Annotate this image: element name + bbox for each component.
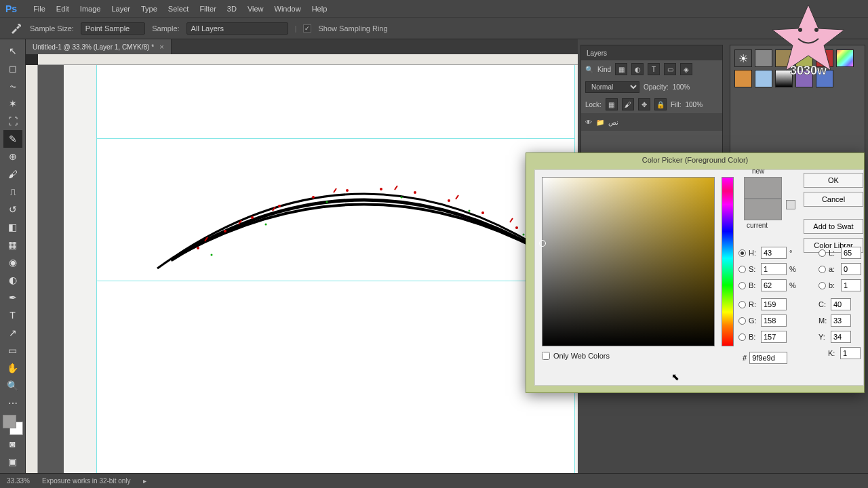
color-picker-dialog[interactable]: Color Picker (Foreground Color) new curr…: [526, 152, 865, 393]
zoom-level[interactable]: 33.33%: [7, 477, 30, 485]
b-radio[interactable]: [738, 282, 746, 289]
bblue-radio[interactable]: [738, 333, 746, 341]
menu-window[interactable]: Window: [275, 5, 301, 13]
healing-tool-icon[interactable]: ⊕: [3, 148, 22, 165]
swatch[interactable]: [836, 49, 854, 67]
swatch[interactable]: [755, 49, 772, 67]
visibility-icon[interactable]: 👁: [585, 119, 592, 126]
b-input[interactable]: [761, 279, 787, 291]
menu-type[interactable]: Type: [141, 5, 157, 13]
gradient-tool-icon[interactable]: ▦: [3, 236, 22, 253]
menu-image[interactable]: Image: [80, 5, 101, 13]
filter-adj-icon[interactable]: ◐: [631, 63, 644, 75]
m-input[interactable]: [831, 314, 851, 327]
swatch[interactable]: [775, 70, 793, 87]
close-tab-icon[interactable]: ×: [159, 43, 163, 51]
a-radio[interactable]: [818, 266, 826, 273]
crop-tool-icon[interactable]: ⛶: [3, 113, 22, 130]
lock-position-icon[interactable]: ✥: [638, 98, 650, 110]
swatch[interactable]: [755, 70, 772, 87]
eyedropper-tool-icon[interactable]: [8, 21, 23, 36]
lasso-tool-icon[interactable]: ⏦: [3, 77, 22, 95]
lab-b-input[interactable]: [841, 279, 861, 291]
menu-help[interactable]: Help: [312, 5, 328, 13]
type-tool-icon[interactable]: T: [3, 306, 22, 324]
a-input[interactable]: [841, 263, 861, 275]
canvas-viewport[interactable]: [38, 65, 578, 473]
h-input[interactable]: [761, 247, 787, 259]
sample-size-combo[interactable]: Point Sample: [81, 22, 145, 35]
filter-type-icon[interactable]: T: [648, 63, 660, 75]
marquee-tool-icon[interactable]: ◻: [3, 60, 22, 77]
filter-shape-icon[interactable]: ▭: [664, 63, 676, 75]
h-radio[interactable]: [738, 249, 746, 257]
menu-view[interactable]: View: [248, 5, 264, 13]
cancel-button[interactable]: Cancel: [804, 192, 863, 207]
playback-icon[interactable]: ▸: [143, 477, 146, 485]
ruler-vertical[interactable]: [26, 65, 38, 473]
color-field[interactable]: [542, 177, 715, 346]
screenmode-icon[interactable]: ▣: [3, 453, 22, 470]
fill-value[interactable]: 100%: [685, 101, 703, 108]
blend-mode-select[interactable]: Normal: [585, 81, 639, 93]
lab-b-radio[interactable]: [818, 282, 826, 289]
swatch[interactable]: [795, 70, 813, 87]
stamp-tool-icon[interactable]: ⎍: [3, 183, 22, 201]
foreground-background-swatch[interactable]: [3, 415, 23, 435]
menu-3d[interactable]: 3D: [227, 5, 237, 13]
blur-tool-icon[interactable]: ◉: [3, 253, 22, 271]
swatch[interactable]: [816, 49, 833, 67]
swatch[interactable]: [775, 49, 793, 67]
foreground-color-swatch[interactable]: [3, 415, 16, 428]
r-radio[interactable]: [738, 301, 746, 308]
brush-tool-icon[interactable]: 🖌: [3, 165, 22, 183]
c-input[interactable]: [831, 298, 851, 310]
menu-select[interactable]: Select: [168, 5, 189, 13]
document-tab[interactable]: Untitled-1 @ 33.3% (Layer 1, CMYK/8) * ×: [26, 39, 172, 54]
menu-layer[interactable]: Layer: [111, 5, 130, 13]
dodge-tool-icon[interactable]: ◐: [3, 271, 22, 289]
menu-filter[interactable]: Filter: [199, 5, 216, 13]
canvas[interactable]: [64, 65, 578, 473]
filter-pixel-icon[interactable]: ▦: [615, 63, 627, 75]
adjustment-icon[interactable]: ☀: [734, 49, 752, 67]
wand-tool-icon[interactable]: ✶: [3, 95, 22, 113]
zoom-tool-icon[interactable]: 🔍: [3, 377, 22, 394]
add-to-swatches-button[interactable]: Add to Swat: [804, 219, 863, 234]
g-radio[interactable]: [738, 317, 746, 325]
g-input[interactable]: [761, 314, 787, 327]
show-ring-checkbox[interactable]: ✓: [303, 24, 311, 33]
eyedropper-tool-icon[interactable]: ✎: [3, 130, 22, 148]
swatch[interactable]: [734, 70, 752, 87]
s-input[interactable]: [761, 263, 787, 275]
layers-panel-title[interactable]: Layers: [587, 49, 607, 57]
opacity-value[interactable]: 100%: [673, 83, 690, 91]
swatch[interactable]: [795, 49, 813, 67]
hex-input[interactable]: [749, 352, 787, 364]
eraser-tool-icon[interactable]: ◧: [3, 218, 22, 236]
folder-icon[interactable]: 📁: [596, 119, 604, 126]
lock-all-icon[interactable]: 🔒: [654, 98, 667, 110]
hand-tool-icon[interactable]: ✋: [3, 359, 22, 377]
menu-edit[interactable]: Edit: [56, 5, 69, 13]
web-safe-warning-icon[interactable]: [786, 200, 795, 209]
lock-pixels-icon[interactable]: 🖌: [622, 98, 634, 110]
r-input[interactable]: [761, 298, 787, 310]
ruler-horizontal[interactable]: [38, 54, 578, 65]
pen-tool-icon[interactable]: ✒: [3, 289, 22, 306]
quickmask-icon[interactable]: ◙: [3, 435, 22, 453]
history-brush-tool-icon[interactable]: ↺: [3, 201, 22, 218]
y-input[interactable]: [831, 331, 851, 343]
s-radio[interactable]: [738, 266, 746, 273]
move-tool-icon[interactable]: ↖: [3, 42, 22, 60]
k-input[interactable]: [840, 347, 861, 359]
ok-button[interactable]: OK: [804, 173, 863, 188]
hue-slider[interactable]: [722, 177, 734, 346]
swatch[interactable]: [816, 70, 833, 87]
more-tool-icon[interactable]: ⋯: [3, 394, 22, 412]
sample-combo[interactable]: All Layers: [186, 22, 288, 35]
web-colors-checkbox[interactable]: [542, 352, 550, 360]
filter-smart-icon[interactable]: ◈: [680, 63, 692, 75]
l-radio[interactable]: [818, 249, 826, 257]
bblue-input[interactable]: [761, 331, 787, 343]
